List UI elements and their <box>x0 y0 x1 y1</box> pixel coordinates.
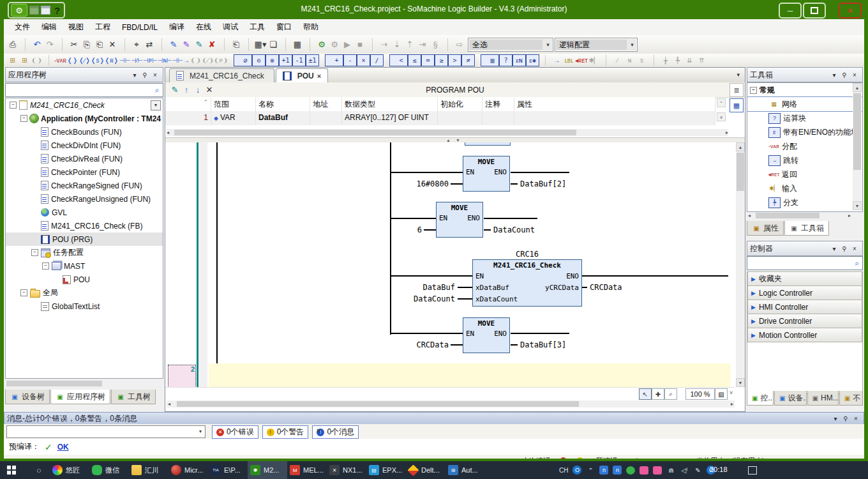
move-up-icon[interactable]: ↑ <box>181 84 192 96</box>
delete-icon[interactable]: ✕ <box>106 38 119 51</box>
tree-expander-icon[interactable]: − <box>31 249 38 256</box>
column-header[interactable]: 属性 <box>514 97 715 111</box>
insert-coil-reset-icon[interactable]: ❬ʀ❭ <box>105 55 119 66</box>
move-block-1[interactable]: MOVE ENENO <box>463 156 510 192</box>
insert-branch-below-icon[interactable]: ⇊ <box>684 55 696 66</box>
collapse-icon[interactable]: ⌃ <box>203 99 208 105</box>
tree-search-input[interactable] <box>6 85 151 95</box>
tray-green-icon[interactable] <box>626 466 635 475</box>
tray-pink-icon-2[interactable] <box>653 466 662 475</box>
insert-contact-falling-icon[interactable]: ⊣ɴ⊢ <box>158 55 172 66</box>
find-replace-icon[interactable]: ⇄ <box>143 38 156 51</box>
tray-blue-square-icon-2[interactable]: n <box>613 466 622 475</box>
pin-icon[interactable]: ⚲ <box>839 245 849 252</box>
taskbar-app-button[interactable]: 悠匠 <box>50 461 89 479</box>
pin-icon[interactable]: ⚲ <box>839 72 849 79</box>
menu-item[interactable]: 文件 <box>9 22 36 33</box>
output-operand[interactable]: DataCount <box>493 225 535 234</box>
tree-item[interactable]: CheckBounds (FUN) <box>6 125 163 139</box>
taskbar-app-button[interactable]: ✱ M2... <box>248 461 287 479</box>
step-out-icon[interactable]: ⇡ <box>403 38 416 51</box>
edge-detection-icon[interactable]: ɴ <box>624 55 636 66</box>
tabular-view-icon[interactable]: ▦ <box>730 98 744 112</box>
dock-tab[interactable]: ▣ 不 <box>839 391 863 406</box>
set-next-statement-icon[interactable]: § <box>429 38 442 51</box>
box-gt-icon[interactable]: > <box>448 54 461 66</box>
tree-item[interactable]: CheckPointer (FUN) <box>6 165 163 179</box>
en-eno-function-icon[interactable]: ᴇ✱ <box>526 54 539 66</box>
return-icon[interactable]: ◂ʀᴇᴛ <box>575 55 588 66</box>
tree-item[interactable]: POU (PRG) <box>6 232 163 246</box>
message-category-combobox[interactable]: ▾ <box>6 425 206 438</box>
input-language-indicator[interactable]: CH <box>559 466 568 475</box>
operator-block-icon[interactable]: ? <box>499 54 513 66</box>
select-tool-icon[interactable]: ↖ <box>639 388 652 400</box>
tree-expander-icon[interactable]: − <box>20 115 27 122</box>
box-and-icon[interactable]: ∅ <box>234 54 252 66</box>
tree-item[interactable]: M241_CRC16_Check (FB) <box>6 219 163 232</box>
tree-expander-icon[interactable]: − <box>20 289 27 296</box>
clipboard-icon[interactable]: ⎗ <box>224 38 243 51</box>
chevron-down-icon[interactable]: ▾ <box>830 415 841 422</box>
input-operand[interactable]: 6 <box>395 225 422 234</box>
controller-group[interactable]: ▶ 收藏夹 <box>747 272 862 286</box>
box-mul-icon[interactable]: × <box>357 54 370 66</box>
column-header[interactable]: 范围 <box>211 97 256 111</box>
redo-icon[interactable]: ↷ <box>43 38 56 51</box>
tree-expander-icon[interactable]: − <box>10 102 17 109</box>
controllers-search-input[interactable] <box>747 258 851 268</box>
move-block-2[interactable]: MOVE ENENO <box>436 202 483 238</box>
en-eno-block-icon[interactable]: ᴇɴ <box>513 54 526 66</box>
toolbox-item[interactable]: ᴇ 带有EN/ENO的功能块 <box>747 125 862 139</box>
restore-button[interactable] <box>803 3 826 19</box>
undo-icon[interactable]: ↶ <box>25 38 43 51</box>
build-dropdown-icon[interactable]: ▦▾ <box>248 38 267 51</box>
zoom-fit-icon[interactable]: ▧ <box>715 388 728 400</box>
minimize-button[interactable]: ─ <box>779 3 802 19</box>
editor-tab[interactable]: POU × <box>276 68 328 82</box>
insert-coil-set-icon[interactable]: ❬s❭ <box>91 55 105 66</box>
volume-icon[interactable]: ◁⁾ <box>680 466 689 475</box>
pin-icon[interactable]: ⚲ <box>841 415 851 422</box>
input-operand[interactable]: CRCData <box>395 340 449 349</box>
dock-tab[interactable]: ▣ 设备树 <box>5 390 50 404</box>
chevron-down-icon[interactable]: ▾ <box>829 72 839 79</box>
taskbar-app-button[interactable]: 微信 <box>89 461 129 479</box>
tree-item[interactable]: − M241_CRC16_Check ▾ <box>6 98 163 112</box>
toolbox-item[interactable]: ◂ʀᴇᴛ 返回 <box>747 167 862 181</box>
splitter-down-icon[interactable]: ▼ <box>456 138 460 142</box>
paste-icon[interactable]: ⎗ <box>93 38 106 51</box>
category-expander-icon[interactable]: − <box>750 87 757 94</box>
dock-tab[interactable]: ▣ 设备.. <box>774 391 807 406</box>
insert-contact-rising-icon[interactable]: ⊣ᴘ⊢ <box>143 55 158 66</box>
menu-item[interactable]: 帮助 <box>297 22 324 33</box>
branch-icon[interactable]: ╆ <box>654 55 671 66</box>
box-ne-icon[interactable]: ≠ <box>461 54 475 66</box>
toolbox-vertical-scrollbar[interactable]: ▲ ▼ <box>853 83 862 210</box>
crc16-check-block[interactable]: M241_CRC16_Check ENENO xDataBufyCRCData … <box>472 259 582 307</box>
input-operand[interactable]: DataCount <box>392 294 455 303</box>
menu-item[interactable]: 窗口 <box>271 22 297 33</box>
splitter-up-icon[interactable]: ▲ <box>446 138 451 142</box>
taskbar-app-button[interactable]: Micr... <box>168 461 208 479</box>
insert-coil-edge-icon[interactable]: ❨ᴘ❩ <box>214 55 228 66</box>
tree-item[interactable]: CheckRangeSigned (FUN) <box>6 179 163 192</box>
column-header[interactable]: 初始化 <box>438 97 483 111</box>
pen-input-icon[interactable]: ✎ <box>693 466 702 475</box>
tray-pink-icon[interactable] <box>640 466 648 475</box>
column-header[interactable]: 名称 <box>256 97 310 111</box>
close-button[interactable]: × <box>839 3 862 19</box>
box-div-icon[interactable]: ∕ <box>370 54 384 66</box>
declaration-mode-icon[interactable]: ≣ <box>730 83 744 97</box>
monitoring-grid-icon[interactable]: ▦ <box>285 38 304 51</box>
box-plusminus1-icon[interactable]: ±1 <box>306 54 319 66</box>
taskbar-app-button[interactable]: M MEL... <box>287 461 327 479</box>
column-header[interactable]: 数据类型 <box>342 97 438 111</box>
delete-variable-icon[interactable]: ✕ <box>204 84 215 96</box>
tree-item[interactable]: − MAST <box>6 259 163 273</box>
insert-contact-negated-icon[interactable]: ❬∕❭ <box>79 55 91 66</box>
tree-horizontal-scrollbar[interactable] <box>5 380 163 387</box>
taskbar-app-button[interactable]: 汇川 <box>129 461 168 479</box>
close-icon[interactable]: × <box>849 245 860 252</box>
tree-item[interactable]: GlobalTextList <box>6 300 163 313</box>
